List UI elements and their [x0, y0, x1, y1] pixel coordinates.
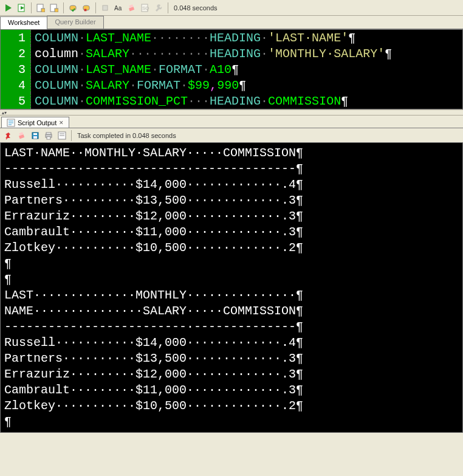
output-line: LAST··············MONTHLY···············…	[4, 288, 459, 303]
tab-query-builder[interactable]: Query Builder	[47, 16, 103, 29]
output-icon2[interactable]	[56, 129, 68, 142]
output-line: ----------·--------------·--------------…	[4, 319, 459, 335]
output-pane[interactable]: LAST·NAME··MONTHLY·SALARY·····COMMISSION…	[0, 142, 463, 433]
editor-line[interactable]: 4COLUMN·SALARY·FORMAT·$99,990¶	[1, 77, 462, 93]
run-script-icon[interactable]	[16, 2, 28, 14]
main-toolbar: Aa SQL 0.048 seconds	[0, 0, 463, 16]
svg-rect-20	[19, 134, 24, 139]
code-content[interactable]: COLUMN·COMMISSION_PCT···HEADING·COMMISSI…	[31, 94, 348, 108]
output-line: Errazuriz·········$12,000·············.3…	[4, 367, 459, 382]
rollback-icon[interactable]	[80, 2, 92, 14]
svg-line-19	[6, 138, 7, 139]
code-content[interactable]: COLUMN·LAST_NAME········HEADING·'LAST·NA…	[31, 31, 355, 45]
code-content[interactable]: column·SALARY···········HEADING·'MONTHLY…	[31, 47, 392, 61]
editor-line[interactable]: 1COLUMN·LAST_NAME········HEADING·'LAST·N…	[1, 30, 462, 46]
output-status: Task completed in 0.048 seconds	[75, 132, 176, 139]
svg-marker-0	[5, 4, 12, 12]
output-line: Cambrault·········$11,000·············.3…	[4, 382, 459, 398]
output-line: ¶	[4, 414, 459, 430]
svg-rect-4	[41, 9, 45, 12]
tab-worksheet[interactable]: Worksheet	[0, 16, 47, 29]
svg-rect-6	[55, 9, 58, 12]
svg-rect-27	[47, 137, 50, 139]
line-number: 4	[1, 77, 31, 93]
output-line: LAST·NAME··MONTHLY·SALARY·····COMMISSION…	[4, 145, 459, 161]
editor-line[interactable]: 3COLUMN·LAST_NAME·FORMAT·A10¶	[1, 61, 462, 77]
output-line: ¶	[4, 256, 459, 272]
explain-plan-icon[interactable]	[35, 2, 47, 14]
editor-tabs: Worksheet Query Builder	[0, 16, 463, 29]
clear-icon[interactable]	[126, 2, 138, 14]
output-line: ¶	[4, 272, 459, 288]
output-line: Errazuriz·········$12,000·············.3…	[4, 209, 459, 224]
code-content[interactable]: COLUMN·SALARY·FORMAT·$99,990¶	[31, 78, 246, 92]
output-line: Zlotkey···········$10,500·············.2…	[4, 398, 459, 414]
editor-line[interactable]: 5COLUMN·COMMISSION_PCT···HEADING·COMMISS…	[1, 93, 462, 109]
output-line: Zlotkey···········$10,500·············.2…	[4, 240, 459, 256]
editor-line[interactable]: 2column·SALARY···········HEADING·'MONTHL…	[1, 46, 462, 61]
svg-text:SQL: SQL	[142, 5, 149, 11]
commit-icon[interactable]	[67, 2, 79, 14]
script-output-icon	[7, 119, 15, 127]
svg-rect-23	[33, 133, 37, 135]
pin-icon[interactable]	[2, 129, 15, 142]
output-toolbar: Task completed in 0.048 seconds	[0, 128, 463, 142]
output-tab-bar: Script Output ✕	[0, 116, 463, 128]
svg-text:Aa: Aa	[114, 5, 122, 12]
case-icon[interactable]: Aa	[112, 2, 125, 14]
svg-rect-24	[33, 136, 37, 139]
tab-script-output[interactable]: Script Output ✕	[1, 117, 69, 128]
save-icon[interactable]	[29, 129, 41, 142]
output-line: Partners··········$13,500·············.3…	[4, 193, 459, 209]
unshared-icon[interactable]	[99, 2, 111, 14]
splitter-handle[interactable]: ▴▾	[0, 109, 463, 116]
separator	[95, 2, 96, 13]
output-line: Russell···········$14,000·············.4…	[4, 177, 459, 193]
output-line: NAME···············SALARY·····COMMISSION…	[4, 303, 459, 319]
eraser-icon[interactable]	[16, 129, 28, 142]
code-editor[interactable]: 1COLUMN·LAST_NAME········HEADING·'LAST·N…	[0, 29, 463, 109]
execution-time: 0.048 seconds	[171, 4, 218, 12]
svg-rect-9	[103, 5, 108, 10]
output-line: ----------·--------------·--------------…	[4, 161, 459, 177]
line-number: 3	[1, 61, 31, 77]
line-number: 2	[1, 46, 31, 61]
autotrace-icon[interactable]	[48, 2, 60, 14]
line-number: 1	[1, 30, 31, 46]
line-number: 5	[1, 93, 31, 109]
script-output-label: Script Output	[18, 119, 57, 126]
output-line: Russell···········$14,000·············.4…	[4, 335, 459, 351]
svg-rect-11	[129, 7, 134, 11]
separator	[71, 130, 72, 141]
output-line: Partners··········$13,500·············.3…	[4, 351, 459, 367]
code-content[interactable]: COLUMN·LAST_NAME·FORMAT·A10¶	[31, 63, 239, 77]
wrench-icon[interactable]	[153, 2, 165, 14]
print-icon[interactable]	[43, 129, 55, 142]
separator	[168, 2, 168, 13]
separator	[63, 2, 64, 13]
sql-history-icon[interactable]: SQL	[139, 2, 151, 14]
separator	[31, 2, 32, 13]
output-line: Cambrault·········$11,000·············.3…	[4, 224, 459, 240]
run-icon[interactable]	[2, 2, 15, 14]
close-icon[interactable]: ✕	[59, 120, 64, 126]
